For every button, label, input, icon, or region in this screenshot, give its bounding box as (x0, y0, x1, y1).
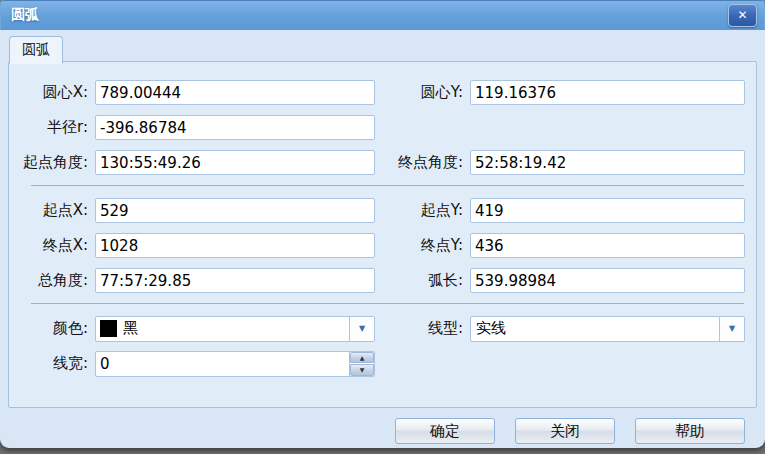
tab-strip: 圆弧 (0, 30, 765, 61)
arc-tab-panel: 圆心X: 圆心Y: 半径r: 起点角度: 终点角度: 起点X: 起点Y: 终点X… (8, 61, 757, 408)
color-label: 颜色: (9, 319, 95, 338)
center-y-input[interactable] (470, 80, 745, 105)
end-angle-input[interactable] (470, 150, 745, 175)
end-y-input[interactable] (470, 233, 745, 258)
arrow-up-icon: ▲ (360, 354, 365, 361)
center-x-label: 圆心X: (9, 83, 95, 102)
dialog-button-row: 确定 关闭 帮助 (0, 408, 765, 444)
form-row: 起点角度: 终点角度: (9, 150, 756, 175)
chevron-down-icon[interactable]: ▼ (349, 317, 374, 341)
start-x-label: 起点X: (9, 201, 95, 220)
end-x-input[interactable] (95, 233, 375, 258)
color-dropdown[interactable]: 黑 ▼ (95, 316, 375, 342)
line-width-stepper: ▲ ▼ (95, 351, 375, 377)
center-y-label: 圆心Y: (375, 83, 470, 102)
title-bar: 圆弧 ✕ (0, 0, 765, 30)
ok-button[interactable]: 确定 (395, 418, 495, 444)
start-angle-input[interactable] (95, 150, 375, 175)
help-button[interactable]: 帮助 (635, 418, 745, 444)
start-angle-label: 起点角度: (9, 153, 95, 172)
tab-arc[interactable]: 圆弧 (9, 36, 63, 64)
form-row: 半径r: (9, 115, 756, 140)
form-row: 总角度: 弧长: (9, 268, 756, 293)
line-type-label: 线型: (375, 319, 470, 338)
line-type-dropdown[interactable]: 实线 ▼ (470, 316, 745, 342)
close-button[interactable]: ✕ (728, 4, 757, 27)
end-x-label: 终点X: (9, 236, 95, 255)
close-icon: ✕ (737, 6, 747, 25)
form-row: 圆心X: 圆心Y: (9, 80, 756, 105)
center-x-input[interactable] (95, 80, 375, 105)
spinner-up-button[interactable]: ▲ (350, 352, 374, 364)
radius-input[interactable] (95, 115, 375, 140)
arc-length-input[interactable] (470, 268, 745, 293)
line-width-label: 线宽: (9, 354, 95, 373)
chevron-down-icon[interactable]: ▼ (719, 317, 744, 341)
start-x-input[interactable] (95, 198, 375, 223)
end-angle-label: 终点角度: (375, 153, 470, 172)
start-y-label: 起点Y: (375, 201, 470, 220)
start-y-input[interactable] (470, 198, 745, 223)
color-dropdown-value: 黑 (123, 319, 349, 338)
line-type-dropdown-value: 实线 (471, 319, 719, 338)
separator (31, 185, 744, 186)
form-row: 起点X: 起点Y: (9, 198, 756, 223)
spinner-buttons: ▲ ▼ (349, 352, 374, 376)
separator (31, 303, 744, 304)
line-width-input[interactable] (95, 351, 375, 377)
arc-length-label: 弧长: (375, 271, 470, 290)
close-button-bottom[interactable]: 关闭 (515, 418, 615, 444)
radius-label: 半径r: (9, 118, 95, 137)
arrow-down-icon: ▼ (360, 366, 365, 373)
form-row: 终点X: 终点Y: (9, 233, 756, 258)
total-angle-label: 总角度: (9, 271, 95, 290)
arc-dialog: 圆弧 ✕ 圆弧 圆心X: 圆心Y: 半径r: 起点角度: 终点角度: 起点X: (0, 0, 765, 448)
form-row: 颜色: 黑 ▼ 线型: 实线 ▼ (9, 316, 756, 341)
form-row: 线宽: ▲ ▼ (9, 351, 756, 376)
total-angle-input[interactable] (95, 268, 375, 293)
window-title: 圆弧 (11, 6, 39, 24)
color-swatch (100, 320, 117, 337)
end-y-label: 终点Y: (375, 236, 470, 255)
spinner-down-button[interactable]: ▼ (350, 364, 374, 376)
